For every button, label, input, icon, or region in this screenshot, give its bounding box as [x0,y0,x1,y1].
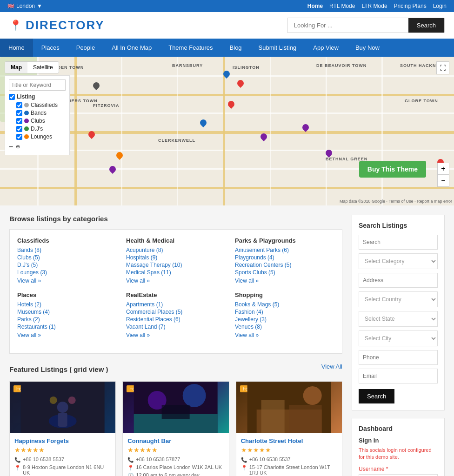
featured-header: Featured Listings ( grid view ) View All [9,363,342,376]
category-health-view-all[interactable]: View all » [126,278,226,284]
map-pin-gray-1 [92,81,101,90]
category-link-sports-clubs[interactable]: Sports Clubs (5) [235,269,334,276]
map-zoom-in[interactable]: + [437,163,449,175]
featured-view-all[interactable]: View All [321,363,342,370]
nav-item-buy-now[interactable]: Buy Now [347,39,388,57]
sidebar-state-select[interactable]: Select State [359,311,438,327]
category-link-residential[interactable]: Residential Places (6) [126,316,226,323]
category-parks-view-all[interactable]: View all » [235,278,334,284]
svg-rect-13 [261,400,284,433]
category-health-title: Health & Medical [126,237,226,244]
top-nav-rtl[interactable]: RTL Mode [329,3,355,9]
nav-item-all-in-one-map[interactable]: All In One Map [103,39,160,57]
svg-rect-10 [162,405,190,419]
listing-title-1[interactable]: Connaught Bar [127,437,224,444]
map-type-map[interactable]: Map [5,62,27,73]
category-link-books[interactable]: Books & Mags (5) [235,301,334,308]
sign-in-title: Sign In [359,437,438,444]
map-filter-lounges-cb[interactable] [16,134,22,140]
map-zoom-out[interactable]: − [437,175,449,187]
sidebar-city-select[interactable]: Select City [359,331,438,346]
top-nav-pricing[interactable]: Pricing Plans [394,3,427,9]
category-link-hospitals[interactable]: Hospitals (9) [126,254,226,261]
sidebar-email-input[interactable] [359,369,438,383]
username-label: Username * [359,466,438,472]
location-icon-1: 📍 [127,465,134,471]
buy-theme-button[interactable]: Buy This Theme [359,161,426,178]
category-link-fashion[interactable]: Fashion (4) [235,309,334,315]
category-realestate-view-all[interactable]: View all » [126,332,226,338]
sidebar-search-button[interactable]: Search [359,389,394,403]
category-places-view-all[interactable]: View all » [17,332,117,338]
sidebar-address-input[interactable] [359,273,438,288]
category-link-amusement[interactable]: Amusement Parks (6) [235,247,334,253]
username-input[interactable] [359,474,438,476]
nav-item-blog[interactable]: Blog [221,39,250,57]
category-link-jewellery[interactable]: Jewellery (3) [235,316,334,323]
listing-title-0[interactable]: Happiness Forgets [14,437,111,444]
map-type-satellite[interactable]: Satellite [27,62,59,73]
map-filter-bands-cb[interactable] [16,110,22,116]
top-nav-ltr[interactable]: LTR Mode [361,3,387,9]
category-link-restaurants[interactable]: Restaurants (1) [17,324,117,330]
sidebar-country-select[interactable]: Select Country [359,291,438,307]
category-link-apartments[interactable]: Apartments (1) [126,301,226,308]
category-link-bands[interactable]: Bands (8) [17,247,117,253]
nav-item-places[interactable]: Places [33,39,68,57]
right-sidebar: Search Listings Select Category Select C… [352,215,445,476]
map-fullscreen-button[interactable]: ⛶ [436,61,449,74]
category-link-commercial[interactable]: Commercial Places (5) [126,309,226,315]
listing-stars-2: ★★★★★ [241,446,337,454]
nav-item-theme-features[interactable]: Theme Features [160,39,221,57]
listing-stars-1: ★★★★★ [127,446,224,454]
listing-info-2: Charlotte Street Hotel ★★★★★ 📞 +86 10 65… [236,433,342,476]
map-filter-plus-icon[interactable]: ⊕ [16,144,20,151]
listing-address-1: 📍 16 Carlos Place London W1K 2AL UK [127,464,224,471]
listing-address-2: 📍 15-17 Charlotte Street London W1T 1RJ … [241,464,337,476]
header-search-input[interactable] [287,18,408,33]
map-pin-purple-4 [108,165,117,174]
nav-item-submit-listing[interactable]: Submit Listing [250,39,305,57]
map-filter-djs-cb[interactable] [16,126,22,132]
nav-item-home[interactable]: Home [0,39,33,57]
map-filter-minus-icon[interactable]: − [9,143,13,151]
map-filter-classifieds-cb[interactable] [16,102,22,108]
category-link-lounges[interactable]: Lounges (3) [17,269,117,276]
category-group-realestate: RealEstate Apartments (1) Commercial Pla… [126,291,226,338]
map-keyword-input[interactable] [9,79,66,91]
main-nav: Home Places People All In One Map Theme … [0,39,454,57]
listing-image-svg-2 [236,382,342,433]
nav-item-people[interactable]: People [68,39,103,57]
location-selector[interactable]: 🇬🇧 London ▼ [7,3,42,9]
nav-item-app-view[interactable]: App View [305,39,347,57]
top-nav-login[interactable]: Login [433,3,447,9]
flag-icon: 🇬🇧 [7,3,14,9]
map-filter-group-checkbox[interactable] [9,94,15,100]
listing-card-1: Featured Connaught Bar ★★★★★ [122,381,229,476]
category-classifieds-view-all[interactable]: View all » [17,278,117,284]
sidebar-phone-input[interactable] [359,350,438,365]
header: 📍 DIRECTORY Search [0,12,454,39]
category-link-parks[interactable]: Parks (2) [17,316,117,323]
category-shopping-view-all[interactable]: View all » [235,332,334,338]
listing-phone-0: 📞 +86 10 6538 5537 [14,456,111,463]
top-nav-home[interactable]: Home [307,3,323,9]
category-link-recreation[interactable]: Recreation Centers (5) [235,262,334,268]
map-label-clerkenwell: CLERKENWELL [158,138,195,143]
header-search-button[interactable]: Search [408,18,444,33]
category-link-vacant-land[interactable]: Vacant Land (7) [126,324,226,330]
category-link-acupunture[interactable]: Acupunture (8) [126,247,226,253]
category-link-hotels[interactable]: Hotels (2) [17,301,117,308]
map-filter-clubs-cb[interactable] [16,118,22,124]
sidebar-search-input[interactable] [359,235,438,250]
category-link-venues[interactable]: Venues (8) [235,324,334,330]
category-link-museums[interactable]: Museums (4) [17,309,117,315]
listing-title-2[interactable]: Charlotte Street Hotel [241,437,337,444]
category-link-massage[interactable]: Massage Therapy (10) [126,262,226,268]
category-link-playgrounds[interactable]: Playgrounds (4) [235,254,334,261]
category-link-clubs[interactable]: Clubs (5) [17,254,117,261]
sidebar-category-select[interactable]: Select Category [359,253,438,269]
map-label-fitzrovia: FITZROVIA [93,103,120,108]
category-link-medical-spas[interactable]: Medical Spas (11) [126,269,226,276]
category-link-djs[interactable]: D.J's (5) [17,262,117,268]
